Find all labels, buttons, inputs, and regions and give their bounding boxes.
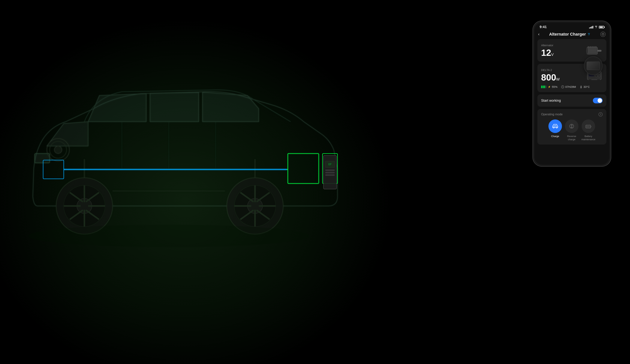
battery-maintenance-mode-label: Batterymaintenance xyxy=(582,135,595,141)
charge-mode-icon-circle xyxy=(548,119,562,133)
svg-rect-39 xyxy=(288,154,319,183)
svg-rect-57 xyxy=(595,46,596,47)
svg-rect-87 xyxy=(588,126,590,128)
svg-rect-53 xyxy=(588,46,589,47)
toggle-knob xyxy=(598,98,602,103)
battery-seg-3 xyxy=(544,86,545,88)
svg-line-12 xyxy=(70,210,83,219)
thermometer-icon xyxy=(580,85,582,88)
svg-rect-46 xyxy=(325,174,335,176)
reverse-charge-mode-label: Reversecharge xyxy=(567,135,576,141)
chevron-back-icon: ‹ xyxy=(538,32,540,37)
svg-point-2 xyxy=(56,178,112,234)
svg-point-24 xyxy=(47,139,70,161)
status-time: 9:41 xyxy=(540,25,547,29)
nav-bar: ‹ Alternator Charger xyxy=(534,30,610,39)
reverse-charge-mode-icon-circle xyxy=(565,119,578,133)
svg-rect-71 xyxy=(588,79,592,80)
svg-line-20 xyxy=(240,192,254,202)
start-working-row: Start working xyxy=(541,98,602,103)
svg-line-75 xyxy=(563,87,563,87)
svg-line-22 xyxy=(256,192,270,202)
status-icons xyxy=(589,25,604,29)
mode-battery-maintenance[interactable]: Batterymaintenance xyxy=(582,119,595,141)
delta2-label: DELTA 2 xyxy=(541,68,560,71)
svg-point-50 xyxy=(602,34,603,34)
svg-rect-55 xyxy=(592,46,593,47)
svg-rect-86 xyxy=(586,126,588,128)
charging-icon: ⚡ xyxy=(548,86,551,88)
car-background: EF xyxy=(0,0,412,364)
svg-rect-85 xyxy=(590,126,591,127)
svg-text:EF: EF xyxy=(328,163,332,166)
svg-rect-37 xyxy=(288,154,319,183)
wifi-icon xyxy=(594,25,598,29)
mode-reverse-charge[interactable]: Reversecharge xyxy=(565,119,578,141)
temp-stat: 33°C xyxy=(580,85,590,88)
svg-point-25 xyxy=(50,141,66,158)
svg-line-11 xyxy=(86,192,99,202)
battery-bars-icon xyxy=(541,86,547,88)
settings-button[interactable] xyxy=(600,32,606,37)
status-bar: 9:41 xyxy=(534,22,610,30)
car-icon xyxy=(552,123,558,129)
temperature-value: 33°C xyxy=(584,85,590,88)
device-circle-overlay xyxy=(584,56,602,75)
svg-rect-35 xyxy=(43,160,64,179)
back-button[interactable]: ‹ xyxy=(538,32,540,37)
svg-point-33 xyxy=(28,225,310,247)
start-working-label: Start working xyxy=(541,99,561,103)
svg-rect-54 xyxy=(590,46,591,47)
clock-icon xyxy=(561,85,564,88)
svg-rect-70 xyxy=(598,75,600,77)
device-box-in-circle xyxy=(587,62,600,70)
svg-point-15 xyxy=(248,198,262,213)
signal-bar-3 xyxy=(592,26,592,28)
svg-rect-1 xyxy=(35,154,50,163)
svg-point-48 xyxy=(589,35,589,35)
svg-rect-58 xyxy=(598,50,601,51)
signal-bar-2 xyxy=(590,27,591,28)
alternator-label: Alternator xyxy=(541,44,554,47)
time-remaining: 07H28M xyxy=(565,85,576,88)
battery-maintenance-icon xyxy=(585,123,592,129)
svg-rect-56 xyxy=(594,46,594,47)
help-button[interactable]: ? xyxy=(598,112,602,116)
battery-seg-4 xyxy=(546,86,547,88)
reverse-charge-icon xyxy=(568,123,575,129)
operating-mode-header: Operating mode ? xyxy=(541,112,602,116)
start-working-toggle[interactable] xyxy=(593,98,602,103)
signal-bar-4 xyxy=(592,26,593,28)
delta2-value: 800W xyxy=(541,73,560,82)
mode-charge[interactable]: Charge xyxy=(548,119,562,141)
delta2-stats: ⚡ 55% 07H28M xyxy=(541,85,602,88)
svg-rect-52 xyxy=(587,47,598,54)
svg-point-14 xyxy=(234,185,276,227)
mode-options: Charge Reversecharge xyxy=(541,119,602,141)
alternator-value: 12V xyxy=(541,48,554,57)
svg-point-26 xyxy=(54,146,62,154)
svg-rect-45 xyxy=(325,172,335,173)
svg-point-3 xyxy=(64,185,105,227)
bottom-spacer xyxy=(538,147,606,151)
signal-bars-icon xyxy=(589,26,593,28)
battery-seg-1 xyxy=(541,86,542,88)
delta2-card-wrapper: DELTA 2 800W xyxy=(538,64,606,92)
time-stat: 07H28M xyxy=(561,85,576,88)
svg-line-9 xyxy=(70,192,83,202)
svg-rect-44 xyxy=(325,170,335,171)
charge-mode-label: Charge xyxy=(551,135,559,138)
svg-point-13 xyxy=(227,178,283,234)
svg-rect-41 xyxy=(324,155,336,189)
phone-content: Alternator 12V xyxy=(534,39,610,165)
start-working-card: Start working xyxy=(538,94,606,107)
battery-percent: 55% xyxy=(552,85,558,88)
svg-rect-0 xyxy=(0,0,412,364)
wifi-connected-icon xyxy=(587,32,590,36)
svg-line-10 xyxy=(86,210,99,219)
operating-mode-card: Operating mode ? xyxy=(538,109,606,145)
svg-rect-38 xyxy=(322,154,338,183)
svg-rect-81 xyxy=(554,126,556,127)
svg-rect-69 xyxy=(595,75,598,77)
battery-maintenance-mode-icon-circle xyxy=(582,119,595,133)
